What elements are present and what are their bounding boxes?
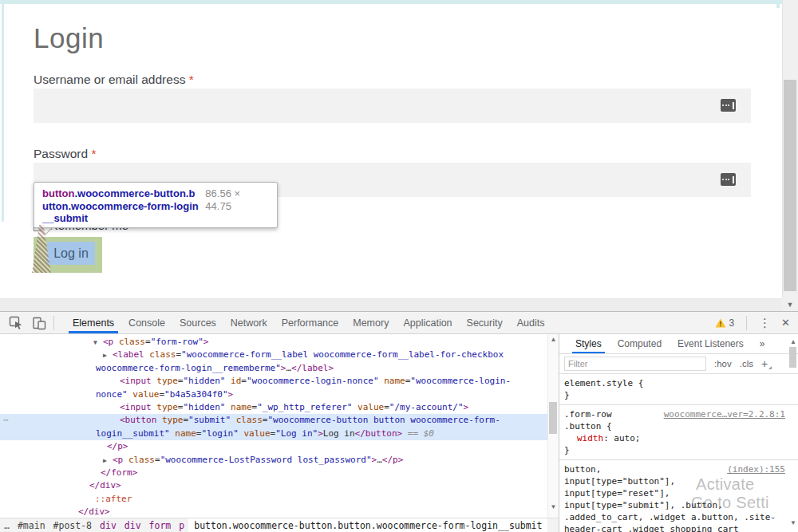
code-line[interactable]: <input type="hidden" name="_wp_http_refe… [0,401,547,414]
css-selector[interactable]: header-cart .widget_shopping_cart [564,523,798,532]
breadcrumb-selected[interactable]: button.woocommerce-button.button.woocomm… [188,518,547,532]
close-icon[interactable]: ✕ [778,317,798,329]
inspect-element-icon[interactable] [9,316,23,330]
styles-filter-input[interactable] [564,357,706,371]
password-label-text: Password [34,147,88,160]
code-line[interactable]: </div> [0,479,547,492]
code-line[interactable]: </div> [0,506,547,518]
warning-icon [715,318,726,328]
tab-sources[interactable]: Sources [172,312,223,333]
css-selector[interactable]: input[type="submit"], .button, [564,499,798,511]
breadcrumb-item[interactable]: #post-8 [49,518,96,532]
login-button-label: Log in [47,242,95,265]
warning-count: 3 [729,317,734,329]
code-line[interactable]: ▼<p class="form-row"> [0,336,547,349]
text-cursor-icon[interactable] [721,99,736,112]
scroll-up-arrow-icon[interactable]: ▲ [788,338,798,345]
css-selector[interactable]: .button { [564,420,798,432]
breadcrumb-item[interactable]: … [0,518,14,532]
elements-tree: ▼<p class="form-row">▶<label class="wooc… [0,334,547,518]
breadcrumb-item[interactable]: p [175,518,188,532]
tab-console[interactable]: Console [121,312,172,333]
vertical-scrollbar-thumb[interactable] [784,80,796,291]
devtools-tabs: ElementsConsoleSourcesNetworkPerformance… [65,312,551,333]
tooltip-dimensions: 86.56 × 44.75 [205,187,269,223]
css-rule: element.style {} [559,374,798,405]
code-line[interactable]: </p> [0,440,547,453]
horizontal-scrollbar[interactable] [0,298,782,311]
sidebar-tab-styles[interactable]: Styles [567,334,610,353]
css-selector[interactable]: input[type="button"], [564,475,798,487]
more-tabs-icon[interactable]: » [752,334,773,353]
screenshot: Login Username or email address * Passwo… [0,0,798,532]
sidebar-tab-event-listeners[interactable]: Event Listeners [670,334,752,353]
styles-filter-row: :hov .cls + [559,354,798,374]
warnings-badge[interactable]: 3 [715,317,734,329]
toolbar-right: 3 ⋮ ✕ [715,312,798,333]
scroll-down-arrow-icon[interactable]: ▼ [788,519,798,526]
dom-breadcrumbs: …#main#post-8divdivformpbutton.woocommer… [0,518,559,532]
tab-memory[interactable]: Memory [346,312,396,333]
css-rules: element.style {}woocommerce…ver=2.2.8:1.… [559,374,798,532]
page-border-left [2,0,4,222]
css-rule: (index):155button,input[type="button"],i… [559,460,798,532]
page-title: Login [34,22,104,54]
css-selector[interactable]: input[type="reset"], [564,487,798,499]
breadcrumb-item[interactable]: div [120,518,145,532]
toolbar-separator [746,316,747,330]
code-line[interactable]: ⋯<button type="submit" class="woocommerc… [0,414,547,427]
code-line[interactable]: nonce" value="b4a5a304f0"> [0,388,547,401]
elements-scrollbar-thumb[interactable] [549,402,557,434]
code-line[interactable]: login__submit" name="login" value="Log i… [0,428,547,440]
css-rule: woocommerce…ver=2.2.8:1.form-row.button … [559,405,798,460]
more-actions-icon[interactable]: ⋯ [3,414,8,427]
page-border-top [0,0,782,4]
tooltip-class: __submit [42,212,205,225]
code-line[interactable]: ▶<p class="woocommerce-LostPassword lost… [0,454,547,467]
stylesheet-link[interactable]: (index):155 [727,463,785,475]
css-property[interactable]: width: auto; [564,432,798,444]
css-rule-close: } [564,389,798,401]
sidebar-tab-computed[interactable]: Computed [610,334,670,353]
username-input[interactable] [34,89,751,123]
css-selector[interactable]: element.style { [564,377,798,389]
inspect-tooltip: button.woocommerce-button.b utton.woocom… [34,182,278,228]
css-selector[interactable]: .added_to_cart, .widget a.button, .site- [564,511,798,523]
scroll-up-arrow-icon[interactable]: ▲ [548,336,559,343]
styles-scrollbar-thumb[interactable] [789,347,796,368]
more-options-icon[interactable]: ⋮ [752,316,778,330]
browser-page: Login Username or email address * Passwo… [0,0,798,311]
toggle-hover-state-button[interactable]: :hov [714,359,732,368]
tab-network[interactable]: Network [223,312,275,333]
breadcrumb-item[interactable]: div [96,518,120,532]
code-line[interactable]: woocommerce-form-login__rememberme">…</l… [0,362,547,375]
code-line[interactable]: <input type="hidden" id="woocommerce-log… [0,375,547,388]
scroll-down-arrow-icon[interactable]: ▼ [548,503,559,510]
tooltip-selector: button.woocommerce-button.b utton.woocom… [42,187,205,223]
tooltip-tag: button [42,187,74,199]
code-line[interactable]: </form> [0,467,547,479]
device-toolbar-icon[interactable] [32,316,46,330]
new-style-rule-button[interactable]: + [761,357,768,370]
tab-elements[interactable]: Elements [65,312,121,333]
tab-security[interactable]: Security [460,312,510,333]
code-line[interactable]: ::after [0,493,547,506]
tab-audits[interactable]: Audits [510,312,552,333]
breadcrumb-item[interactable]: form [145,518,176,532]
styles-sidebar: StylesComputedEvent Listeners» :hov .cls… [559,334,798,532]
code-line[interactable]: ▶<label class="woocommerce-form__label w… [0,349,547,361]
tab-application[interactable]: Application [396,312,459,333]
stylesheet-link[interactable]: woocommerce…ver=2.2.8:1 [664,408,785,420]
text-cursor-icon[interactable] [721,173,736,186]
tab-performance[interactable]: Performance [275,312,346,333]
devtools-toolbar: ElementsConsoleSourcesNetworkPerformance… [0,312,798,334]
css-rule-close: } [564,444,798,456]
username-label-text: Username or email address [34,73,185,86]
toggle-class-button[interactable]: .cls [740,359,753,368]
required-asterisk: * [91,147,96,160]
scroll-down-arrow-icon[interactable]: ▼ [782,298,798,311]
breadcrumb-item[interactable]: #main [14,518,49,532]
sidebar-tabs: StylesComputedEvent Listeners» [559,334,798,354]
devtools-panel: ElementsConsoleSourcesNetworkPerformance… [0,311,798,532]
password-label: Password * [34,147,96,161]
